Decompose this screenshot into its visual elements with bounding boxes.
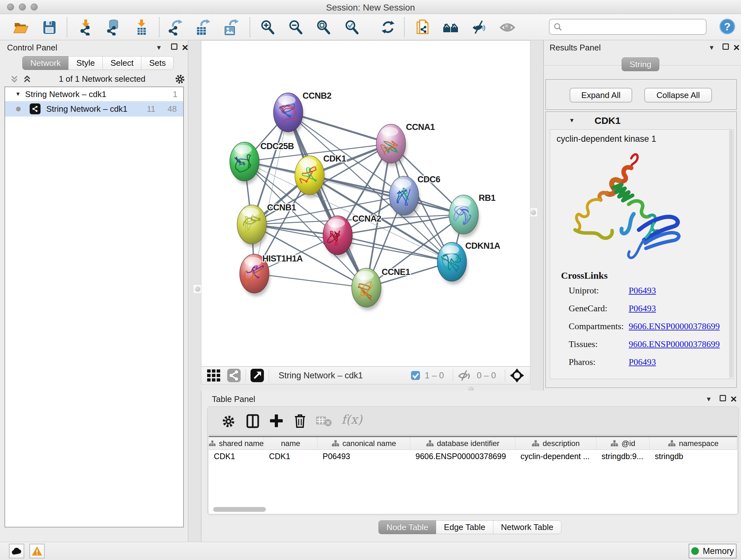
tab-select[interactable]: Select [103,56,141,70]
node-CCNA1[interactable]: CCNA1 [376,122,435,166]
column-header-description[interactable]: description [515,437,596,449]
tab-network[interactable]: Network [22,56,68,70]
home-genemania-icon[interactable] [442,19,459,36]
netbar-separator [246,369,246,382]
control-panel-float-icon[interactable] [171,44,178,50]
detach-view-icon[interactable] [250,368,264,382]
delete-column-icon[interactable] [292,413,308,429]
search-input[interactable] [562,22,699,32]
export-table-icon[interactable] [194,19,211,36]
column-header-shared-name[interactable]: shared name [209,437,264,449]
results-panel-collapse-icon[interactable]: ▼ [709,44,715,51]
table-panel-collapse-icon[interactable]: ▼ [705,395,712,403]
title-bar: Session: New Session [0,0,741,14]
node-CDK1[interactable]: CDK1 [295,154,346,198]
collection-count: 1 [173,89,178,99]
tab-string[interactable]: String [622,57,659,71]
table-row[interactable]: CDK1CDK1P064939606.ENSP00000378699cyclin… [209,450,737,463]
show-panel-eye-icon[interactable] [499,19,516,36]
collapse-all-chevron-icon[interactable] [10,75,19,84]
control-panel-collapse-icon[interactable]: ▼ [156,44,162,51]
expand-all-button[interactable]: Expand All [569,88,632,103]
node-CDKN1A[interactable]: CDKN1A [437,241,500,285]
network-share-view-icon[interactable] [227,368,241,382]
crosslink-value-link[interactable]: P06493 [629,286,656,296]
network-canvas[interactable]: CCNB2CCNA1CDC25BCDK1CDC6RB1CCNB1CCNA2CDK… [201,40,530,367]
edge-CCNB2-HIST1H1A[interactable] [254,112,288,273]
table-gear-icon[interactable] [220,413,237,429]
tab-sets[interactable]: Sets [141,56,174,70]
help-icon[interactable]: ? [719,18,736,35]
zoom-out-icon[interactable] [287,19,304,36]
cloud-button[interactable] [9,544,24,558]
node-table[interactable]: shared namenamecanonical namedatabase id… [209,436,737,514]
node-HIST1H1A[interactable]: HIST1H1A [240,254,303,296]
memory-button[interactable]: Memory [689,544,737,558]
import-network-database-icon[interactable] [105,19,121,36]
column-header-canonical-name[interactable]: canonical name [318,437,410,449]
import-network-file-icon[interactable] [78,19,94,36]
results-panel-float-icon[interactable] [723,44,729,50]
grid-view-icon[interactable] [206,368,221,383]
edge-CDK1-RB1[interactable] [310,175,464,214]
node-label-HIST1H1A: HIST1H1A [262,254,303,263]
import-table-file-icon[interactable] [133,19,150,36]
tab-node-table[interactable]: Node Table [379,520,436,534]
edge-CCNA2-CDKN1A[interactable] [338,235,452,262]
show-columns-icon[interactable] [245,413,261,429]
crosslink-value-link[interactable]: P06493 [629,303,656,314]
tab-style[interactable]: Style [68,56,103,70]
gene-collapse-icon[interactable]: ▼ [569,117,575,124]
warnings-button[interactable] [29,544,45,558]
tab-network-table[interactable]: Network Table [493,520,561,534]
column-header-name[interactable]: name [264,437,318,449]
left-splitter-handle[interactable] [193,285,202,294]
node-RB1[interactable]: RB1 [449,193,495,237]
node-CCNB1[interactable]: CCNB1 [237,203,296,247]
hide-panel-eye-icon[interactable] [471,19,487,36]
node-CDC25B[interactable]: CDC25B [230,141,294,184]
collection-expand-icon[interactable]: ▼ [15,91,21,98]
netbar-separator [505,369,505,382]
column-header-namespace[interactable]: namespace [650,437,737,449]
svg-text:?: ? [724,20,731,33]
memory-status-icon [691,547,699,555]
crosslink-value-link[interactable]: 9606.ENSP00000378699 [629,339,720,349]
zoom-in-icon[interactable] [259,19,276,36]
table-panel-close-icon[interactable]: × [731,395,737,402]
zoom-fit-icon[interactable] [315,19,332,36]
fit-content-crosshair-icon[interactable] [510,368,524,383]
export-image-icon[interactable] [222,19,239,36]
add-column-icon[interactable] [268,413,285,429]
node-CCNE1[interactable]: CCNE1 [352,267,410,310]
tab-edge-table[interactable]: Edge Table [436,520,493,534]
control-panel-close-icon[interactable]: × [182,44,188,51]
edge-HIST1H1A-CCNE1[interactable] [254,273,366,288]
column-header-@id[interactable]: @id [596,437,650,449]
node-label-CCNE1: CCNE1 [382,267,410,277]
toolbar-separator [404,17,405,37]
crosslink-value-link[interactable]: 9606.ENSP00000378699 [629,321,720,331]
export-network-icon[interactable] [166,19,183,36]
collapse-all-button[interactable]: Collapse All [644,88,712,103]
selected-checkbox-icon[interactable] [411,371,420,380]
network-graph[interactable]: CCNB2CCNA1CDC25BCDK1CDC6RB1CCNB1CCNA2CDK… [201,41,530,366]
crosslink-value-link[interactable]: P06493 [629,357,656,367]
save-session-icon[interactable] [41,19,58,36]
node-CDC6[interactable]: CDC6 [389,175,441,219]
column-header-database-identifier[interactable]: database identifier [410,437,515,449]
node-CCNB2[interactable]: CCNB2 [273,91,332,135]
table-panel-float-icon[interactable] [720,395,726,401]
results-scrollbar[interactable] [729,130,733,379]
zoom-selected-icon[interactable] [343,19,360,36]
network-row-selected[interactable]: String Network – cdk1 11 48 [5,101,183,117]
open-session-icon[interactable] [12,19,29,36]
results-panel-close-icon[interactable]: × [733,44,740,51]
publication-share-icon[interactable] [414,19,431,36]
node-label-CDC25B: CDC25B [260,141,294,151]
table-hscrollbar-thumb[interactable] [213,507,266,512]
network-collection-row[interactable]: ▼ String Network – cdk1 1 [5,87,183,101]
refresh-icon[interactable] [380,19,396,36]
expand-all-chevron-icon[interactable] [22,75,32,84]
network-options-gear-icon[interactable] [174,73,186,85]
